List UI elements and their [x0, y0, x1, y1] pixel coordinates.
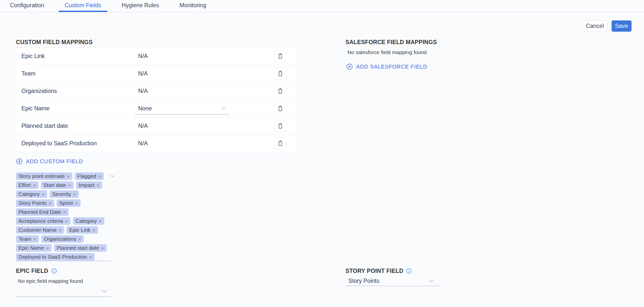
chip-label: Planned End Date	[18, 209, 61, 215]
add-custom-field-label: ADD CUSTOM FIELD	[26, 158, 83, 165]
chip-remove-icon[interactable]: ×	[101, 246, 104, 251]
chip-epic-link: Epic Link×	[66, 226, 98, 234]
field-name: Organizations	[16, 88, 135, 94]
chip-remove-icon[interactable]: ×	[49, 201, 52, 206]
chip-remove-icon[interactable]: ×	[89, 255, 92, 260]
chip-remove-icon[interactable]: ×	[46, 246, 49, 251]
chip-row: Story point estimate×Flagged×	[16, 172, 146, 180]
tab-custom-fields[interactable]: Custom Fields	[58, 0, 107, 12]
info-icon[interactable]	[406, 268, 412, 274]
trash-icon	[277, 123, 284, 129]
chevron-down-icon	[428, 280, 434, 283]
epic-name-select[interactable]: None	[135, 103, 230, 114]
tab-bar: ConfigurationCustom FieldsHygiene RulesM…	[0, 0, 644, 12]
chip-label: Deployed to SaaS Production	[18, 254, 87, 260]
chip-remove-icon[interactable]: ×	[99, 219, 102, 224]
tab-monitoring[interactable]: Monitoring	[173, 0, 212, 12]
chip-remove-icon[interactable]: ×	[33, 183, 36, 188]
chip-remove-icon[interactable]: ×	[68, 183, 71, 188]
chip-label: Epic Link	[69, 227, 90, 233]
chip-label: Sprint	[59, 200, 73, 206]
trash-icon	[277, 88, 284, 94]
chip-remove-icon[interactable]: ×	[33, 237, 36, 242]
story-point-field-select[interactable]: Story Points	[346, 276, 441, 286]
chips-expand-toggle[interactable]	[110, 175, 115, 178]
chip-remove-icon[interactable]: ×	[65, 219, 68, 224]
select-value: Story Points	[346, 278, 379, 284]
chip-row: Story Points×Sprint×	[16, 199, 146, 207]
chip-label: Story point estimate	[18, 173, 65, 179]
delete-planned-start-date-button[interactable]	[274, 120, 286, 132]
chip-remove-icon[interactable]: ×	[96, 183, 99, 188]
custom-field-row-planned-start-date: Planned start dateN/A	[16, 117, 297, 135]
chip-label: Start date	[44, 182, 66, 188]
custom-field-row-epic-link: Epic LinkN/A	[16, 48, 297, 65]
select-value: None	[135, 105, 152, 112]
chip-label: Category	[76, 218, 97, 224]
chip-remove-icon[interactable]: ×	[75, 201, 78, 206]
tab-configuration[interactable]: Configuration	[4, 0, 50, 12]
delete-epic-link-button[interactable]	[274, 50, 286, 62]
chip-effort: Effort×	[16, 181, 38, 189]
chip-deployed-to-saas-production: Deployed to SaaS Production×	[16, 253, 95, 261]
chip-remove-icon[interactable]: ×	[73, 192, 76, 197]
delete-epic-name-button[interactable]	[274, 102, 286, 115]
chip-label: Impact	[78, 182, 94, 188]
story-point-field-title: STORY POINT FIELD	[346, 268, 412, 274]
chip-sprint: Sprint×	[56, 199, 80, 207]
chip-remove-icon[interactable]: ×	[98, 174, 101, 179]
field-name: Team	[16, 70, 135, 77]
chip-remove-icon[interactable]: ×	[67, 174, 70, 179]
chip-start-date: Start date×	[41, 181, 74, 189]
custom-fields-column: CUSTOM FIELD MAPPINGS Epic LinkN/ATeamN/…	[16, 37, 297, 301]
cancel-button[interactable]: Cancel	[582, 20, 608, 32]
save-button[interactable]: Save	[612, 20, 632, 32]
chip-customer-name: Customer Name×	[16, 226, 64, 234]
salesforce-empty-message: No salesforce field mapping found	[348, 49, 427, 55]
chip-row: Acceptance criteria×Category×	[16, 217, 146, 225]
chip-remove-icon[interactable]: ×	[58, 228, 62, 233]
chip-flagged: Flagged×	[75, 172, 104, 180]
custom-field-mappings-title: CUSTOM FIELD MAPPINGS	[16, 39, 92, 46]
epic-field-select[interactable]	[16, 286, 112, 297]
chip-impact: Impact×	[76, 181, 102, 189]
trash-icon	[277, 70, 284, 77]
section-title-text: CUSTOM FIELD MAPPINGS	[16, 39, 92, 46]
add-salesforce-field-button[interactable]: ADD SALESFORCE FIELD	[346, 63, 427, 70]
field-value: N/A	[138, 70, 148, 77]
chip-severity: Severity×	[50, 190, 78, 198]
info-icon[interactable]	[51, 268, 57, 274]
field-value: N/A	[138, 88, 148, 94]
chip-remove-icon[interactable]: ×	[63, 210, 66, 215]
chip-remove-icon[interactable]: ×	[78, 237, 81, 242]
chip-row: Team×Organizations×	[16, 235, 146, 243]
delete-deployed-to-saas-production-button[interactable]	[274, 137, 286, 150]
chip-label: Acceptance criteria	[18, 218, 63, 224]
custom-field-row-epic-name: Epic Name None	[16, 100, 297, 117]
chip-acceptance-criteria: Acceptance criteria×	[16, 217, 70, 225]
field-value: N/A	[138, 53, 148, 59]
select-arrow	[102, 290, 108, 293]
form-actions: Cancel Save	[582, 20, 632, 32]
trash-icon	[277, 105, 284, 112]
chip-row: Planned End Date×	[16, 208, 146, 216]
delete-team-button[interactable]	[274, 67, 286, 80]
chip-remove-icon[interactable]: ×	[42, 192, 45, 197]
chip-label: Severity	[52, 191, 71, 197]
multiselect-underline	[16, 261, 112, 261]
tab-hygiene-rules[interactable]: Hygiene Rules	[116, 0, 165, 12]
chip-label: Effort	[18, 182, 31, 188]
field-value: N/A	[138, 140, 148, 147]
custom-field-row-organizations: OrganizationsN/A	[16, 82, 297, 100]
chip-label: Category	[18, 191, 40, 197]
delete-organizations-button[interactable]	[274, 85, 286, 97]
chip-row: Category×Severity×	[16, 190, 146, 198]
chip-label: Story Points	[18, 200, 47, 206]
chip-row: Customer Name×Epic Link×	[16, 226, 146, 234]
field-value: N/A	[138, 123, 148, 129]
chip-planned-start-date: Planned start date×	[54, 244, 107, 252]
add-salesforce-field-label: ADD SALESFORCE FIELD	[356, 63, 427, 70]
chip-remove-icon[interactable]: ×	[92, 228, 95, 233]
add-custom-field-button[interactable]: ADD CUSTOM FIELD	[16, 158, 83, 165]
custom-field-row-deployed-to-saas-production: Deployed to SaaS ProductionN/A	[16, 135, 297, 152]
